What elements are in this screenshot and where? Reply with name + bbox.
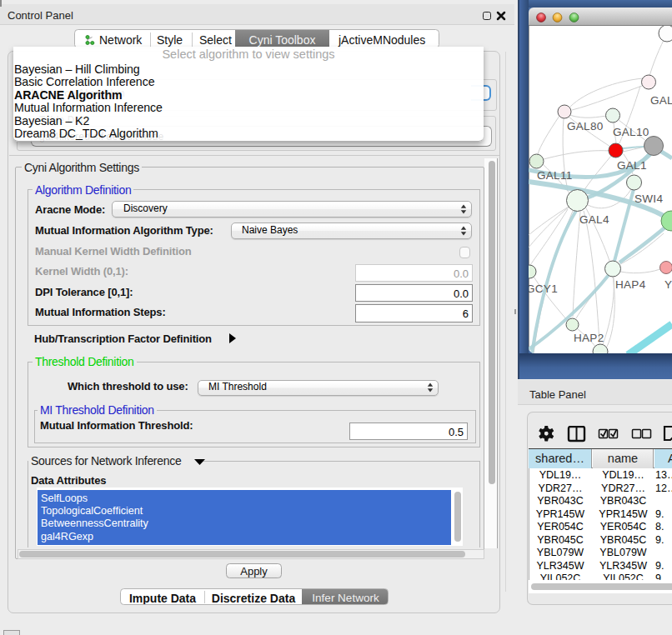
svg-text:HAP4: HAP4 [615, 278, 646, 291]
svg-text:GAL1: GAL1 [617, 159, 647, 172]
svg-text:GAL10: GAL10 [613, 126, 649, 138]
svg-text:Y: Y [664, 278, 672, 291]
svg-text:SWI4: SWI4 [634, 192, 663, 205]
svg-text:GAL7: GAL7 [650, 94, 672, 107]
svg-text:GCY1: GCY1 [529, 282, 558, 295]
svg-text:GAL4: GAL4 [579, 213, 609, 226]
svg-text:HAP2: HAP2 [574, 332, 604, 344]
svg-text:GAL80: GAL80 [567, 120, 604, 132]
svg-text:GAL11: GAL11 [537, 169, 573, 182]
